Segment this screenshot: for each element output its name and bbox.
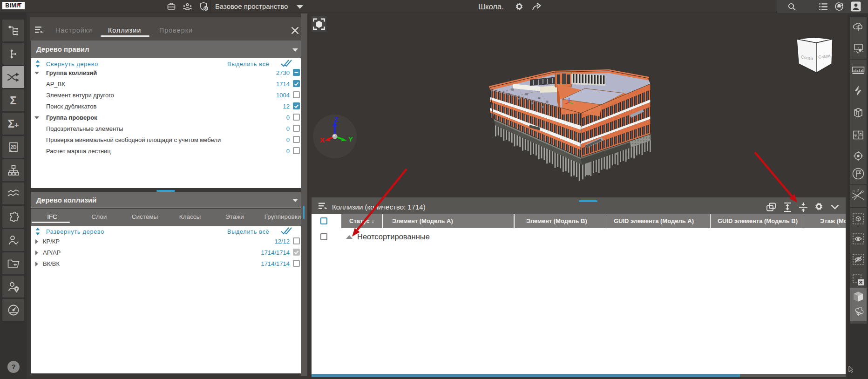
svg-text:Y: Y	[348, 135, 353, 143]
svg-text:1: 1	[853, 190, 855, 193]
svg-text:2: 2	[857, 189, 859, 192]
svg-text:X: X	[320, 136, 325, 144]
svg-text:Z: Z	[334, 115, 338, 123]
svg-text:2D: 2D	[10, 144, 16, 149]
